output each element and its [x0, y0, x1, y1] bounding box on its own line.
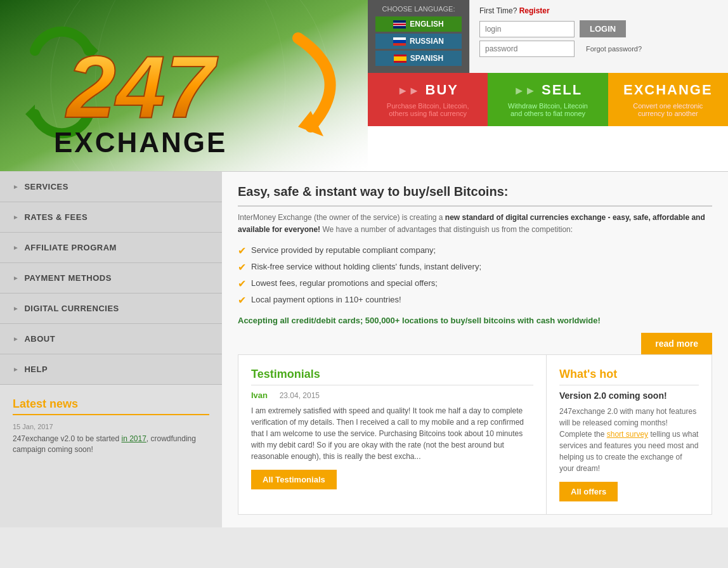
sell-arrow-icon: ►► — [514, 84, 536, 97]
exchange-desc: Convert one electronic currency to anoth… — [614, 102, 722, 117]
sidebar-item-about[interactable]: ► ABOUT — [0, 324, 222, 354]
sidebar-arrow-icon: ► — [13, 335, 19, 342]
buy-label-row: ►► BUY — [374, 82, 481, 98]
sell-button[interactable]: ►► SELL Withdraw Bitcoin, Litecoin and o… — [488, 73, 608, 126]
sidebar-item-digital[interactable]: ► DIGITAL CURRENCIES — [0, 294, 222, 324]
feature-item-2: ✔ Risk-free service without holding clie… — [238, 262, 712, 273]
bottom-section: Testimonials Ivan 23.04, 2015 I am extre… — [238, 354, 712, 515]
check-icon-1: ✔ — [238, 245, 246, 257]
testimonials-title: Testimonials — [251, 368, 533, 385]
feature-item-3: ✔ Lowest fees, regular promotions and sp… — [238, 278, 712, 290]
password-row: Forgot password? — [479, 41, 718, 57]
feature-list: ✔ Service provided by reputable complian… — [238, 245, 712, 306]
accepting-link[interactable]: Accepting all credit/debit cards; 500,00… — [238, 316, 712, 325]
all-offers-button[interactable]: All offers — [559, 482, 618, 501]
testimonials-section: Testimonials Ivan 23.04, 2015 I am extre… — [238, 355, 547, 514]
sidebar-arrow-icon: ► — [13, 183, 19, 190]
action-bar: ►► BUY Purchase Bitcoin, Litecoin, other… — [368, 73, 728, 126]
news-link[interactable]: in 2017 — [121, 434, 146, 443]
main-content: ► SERVICES ► RATES & FEES ► AFFILIATE PR… — [0, 172, 728, 527]
latest-news-title: Latest news — [13, 397, 209, 415]
buy-button[interactable]: ►► BUY Purchase Bitcoin, Litecoin, other… — [368, 73, 488, 126]
login-row: LOGIN — [479, 20, 718, 37]
feature-item-1: ✔ Service provided by reputable complian… — [238, 245, 712, 257]
login-box: First Time? Register LOGIN Forgot passwo… — [469, 0, 728, 73]
sell-label: SELL — [542, 82, 582, 98]
language-russian[interactable]: RUSSIAN — [375, 34, 462, 49]
exchange-label-row: EXCHANGE — [614, 82, 722, 98]
check-icon-4: ✔ — [238, 294, 246, 306]
testimonial-author: Ivan — [251, 390, 268, 400]
language-english-label: ENGLISH — [410, 20, 443, 29]
first-time-text: First Time? Register — [479, 6, 718, 15]
whats-hot-title: What's hot — [559, 368, 699, 385]
hot-text: 247exchange 2.0 with many hot features w… — [559, 406, 699, 474]
header-right: CHOOSE LANGUAGE: ENGLISH RUSSIAN SPANISH… — [368, 0, 728, 171]
svg-text:EXCHANGE: EXCHANGE — [54, 127, 227, 158]
sidebar-item-payment[interactable]: ► PAYMENT METHODS — [0, 263, 222, 294]
content-area: Easy, safe & instant way to buy/sell Bit… — [222, 172, 728, 527]
flag-ru-icon — [393, 37, 406, 46]
sell-label-row: ►► SELL — [494, 82, 601, 98]
hot-item-title: Version 2.0 coming soon! — [559, 390, 699, 401]
top-bar: CHOOSE LANGUAGE: ENGLISH RUSSIAN SPANISH… — [368, 0, 728, 73]
sidebar-arrow-icon: ► — [13, 305, 19, 312]
buy-label: BUY — [426, 82, 458, 98]
header: 247 EXCHANGE CHOOSE LANGUAGE: ENGLISH RU… — [0, 0, 728, 172]
latest-news-section: Latest news 15 Jan, 2017 247exchange v2.… — [0, 385, 222, 468]
password-input[interactable] — [479, 41, 575, 57]
feature-item-4: ✔ Local payment options in 110+ countrie… — [238, 295, 712, 306]
exchange-button[interactable]: EXCHANGE Convert one electronic currency… — [608, 73, 728, 126]
language-title: CHOOSE LANGUAGE: — [375, 5, 462, 13]
sidebar-arrow-icon: ► — [13, 214, 19, 221]
check-icon-3: ✔ — [238, 278, 246, 290]
testimonial-date: 23.04, 2015 — [280, 391, 320, 400]
sidebar-item-services[interactable]: ► SERVICES — [0, 172, 222, 202]
login-button[interactable]: LOGIN — [580, 20, 626, 37]
short-survey-link[interactable]: short survey — [607, 430, 648, 439]
login-input[interactable] — [479, 21, 575, 37]
sidebar: ► SERVICES ► RATES & FEES ► AFFILIATE PR… — [0, 172, 222, 527]
check-icon-2: ✔ — [238, 261, 246, 273]
svg-text:247: 247 — [65, 37, 219, 136]
sidebar-item-help[interactable]: ► HELP — [0, 354, 222, 385]
sidebar-arrow-icon: ► — [13, 274, 19, 281]
forgot-password-link[interactable]: Forgot password? — [586, 45, 642, 53]
flag-uk-icon — [393, 20, 406, 29]
buy-desc: Purchase Bitcoin, Litecoin, others using… — [374, 102, 481, 117]
language-spanish[interactable]: SPANISH — [375, 51, 462, 66]
testimonial-meta: Ivan 23.04, 2015 — [251, 390, 533, 400]
language-english[interactable]: ENGLISH — [375, 16, 462, 32]
whats-hot-section: What's hot Version 2.0 coming soon! 247e… — [547, 355, 712, 514]
testimonial-text: I am extremely satisfied with speed and … — [251, 405, 533, 462]
sidebar-arrow-icon: ► — [13, 244, 19, 251]
page-title: Easy, safe & instant way to buy/sell Bit… — [238, 184, 712, 207]
exchange-label: EXCHANGE — [623, 82, 713, 98]
sidebar-item-affiliate[interactable]: ► AFFILIATE PROGRAM — [0, 233, 222, 263]
language-spanish-label: SPANISH — [410, 54, 443, 63]
news-date: 15 Jan, 2017 — [13, 423, 209, 430]
language-selector: CHOOSE LANGUAGE: ENGLISH RUSSIAN SPANISH — [368, 0, 469, 73]
news-text: 247exchange v2.0 to be started in 2017, … — [13, 434, 209, 455]
sidebar-item-rates[interactable]: ► RATES & FEES — [0, 202, 222, 233]
read-more-button[interactable]: read more — [641, 333, 712, 354]
buy-arrow-icon: ►► — [397, 84, 420, 97]
register-link[interactable]: Register — [519, 6, 550, 15]
sidebar-arrow-icon: ► — [13, 366, 19, 373]
logo-area: 247 EXCHANGE — [0, 0, 368, 171]
flag-es-icon — [394, 55, 406, 63]
sell-desc: Withdraw Bitcoin, Litecoin and others to… — [494, 102, 601, 117]
language-russian-label: RUSSIAN — [410, 37, 444, 46]
intro-text: InterMoney Exchange (the owner of the se… — [238, 212, 712, 236]
all-testimonials-button[interactable]: All Testimonials — [251, 470, 337, 489]
